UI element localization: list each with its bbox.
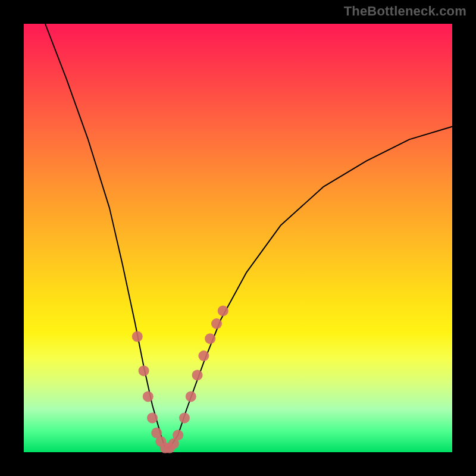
watermark-text: TheBottleneck.com (344, 4, 466, 19)
plot-background-gradient (24, 24, 452, 452)
chart-canvas: TheBottleneck.com (0, 0, 476, 476)
